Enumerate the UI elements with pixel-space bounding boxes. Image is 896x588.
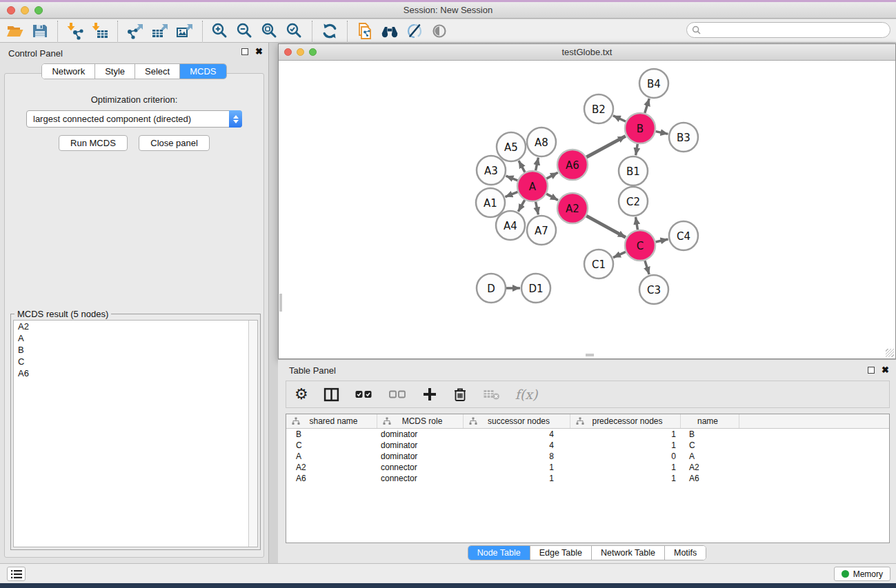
table-row-b[interactable]: Bdominator41B [286,429,889,440]
edge-A-A4[interactable] [518,200,524,212]
node-A1[interactable]: A1 [476,188,505,217]
node-D1[interactable]: D1 [521,274,550,303]
column-header-shared-name[interactable]: shared name [286,414,377,428]
mcds-result-list[interactable]: A2ABCA6 [13,320,258,547]
hide-selected-button[interactable] [402,21,427,41]
tab-style[interactable]: Style [95,64,135,79]
node-B2[interactable]: B2 [584,94,613,123]
zoom-window-button[interactable] [34,6,43,14]
zoom-out-button[interactable] [232,21,257,41]
close-table-panel-icon[interactable]: ✖ [882,366,889,374]
edge-A-A7[interactable] [536,202,539,215]
open-file-button[interactable] [3,21,28,41]
minimize-window-button[interactable] [21,6,29,14]
node-A5[interactable]: A5 [497,132,526,161]
table-row-a6[interactable]: A6connector11A6 [286,473,889,484]
table-row-c[interactable]: Cdominator41C [286,440,889,451]
split-panel-button[interactable] [323,385,339,403]
search-input[interactable] [701,24,890,37]
edge-A6-B[interactable] [586,136,626,157]
zoom-in-button[interactable] [208,21,232,41]
node-B3[interactable]: B3 [669,123,698,152]
table-row-a2[interactable]: A2connector11A2 [286,462,889,473]
float-panel-icon[interactable] [241,48,248,55]
edge-A-A6[interactable] [546,172,558,179]
node-C4[interactable]: C4 [669,221,698,250]
close-network-button[interactable] [284,48,292,56]
edge-B-B1[interactable] [636,144,638,156]
node-B[interactable]: B [625,113,655,143]
edge-C-C4[interactable] [655,239,668,242]
task-history-button[interactable] [7,567,26,581]
float-table-panel-icon[interactable] [868,367,875,374]
resize-grip[interactable] [886,349,894,357]
edge-C-C1[interactable] [613,252,626,257]
run-mcds-button[interactable]: Run MCDS [59,135,128,151]
close-panel-icon[interactable]: ✖ [255,48,263,56]
column-header-successor-nodes[interactable]: successor nodes [464,414,570,428]
tab-node-table[interactable]: Node Table [468,546,530,560]
node-A7[interactable]: A7 [527,216,556,245]
mcds-result-item[interactable]: A6 [14,367,257,379]
node-A[interactable]: A [517,171,548,201]
level-of-detail-button[interactable] [427,21,452,41]
edge-A-A8[interactable] [536,158,539,171]
close-panel-button[interactable]: Close panel [139,135,210,151]
import-table-button[interactable] [88,21,112,41]
create-column-button[interactable] [422,385,437,403]
criterion-dropdown[interactable]: largest connected component (directed) [26,110,242,128]
delete-table-button[interactable] [483,385,500,403]
minimize-network-button[interactable] [297,48,304,56]
export-image-button[interactable] [172,21,197,41]
edge-C-C3[interactable] [645,261,649,274]
tab-mcds[interactable]: MCDS [180,64,226,79]
edge-B-B4[interactable] [645,99,649,113]
node-C[interactable]: C [625,230,655,261]
node-C2[interactable]: C2 [619,187,648,216]
node-table[interactable]: shared nameMCDS rolesuccessor nodesprede… [286,414,890,543]
node-A2[interactable]: A2 [557,193,588,223]
edge-C-C2[interactable] [636,217,638,230]
save-session-button[interactable] [28,21,52,41]
refresh-button[interactable] [317,21,342,41]
export-network-button[interactable] [123,21,148,41]
zoom-fit-button[interactable] [257,21,282,41]
mcds-result-item[interactable]: B [14,344,257,356]
network-window-titlebar[interactable]: testGlobe.txt [279,44,895,61]
node-C3[interactable]: C3 [639,275,668,304]
import-network-button[interactable] [63,21,88,41]
export-table-button[interactable] [148,21,172,41]
edge-A-A1[interactable] [505,192,517,196]
vertical-scroll-thumb[interactable] [279,294,282,312]
edge-B-B3[interactable] [656,132,668,134]
edge-A-A5[interactable] [519,161,525,172]
tab-network[interactable]: Network [42,64,95,79]
column-settings-button[interactable]: ⚙ [295,385,308,403]
hide-all-columns-button[interactable] [388,385,407,403]
node-B4[interactable]: B4 [639,69,668,98]
tab-select[interactable]: Select [135,64,180,79]
edge-A-A2[interactable] [546,194,558,200]
copy-network-button[interactable] [352,21,377,41]
network-graph[interactable]: B4B2BB3A5A8A6B1A3AC2A1A2A4A7CC4C1C3DD1 [279,61,896,359]
close-window-button[interactable] [7,6,15,14]
edge-A2-C[interactable] [586,216,626,237]
zoom-selected-button[interactable] [282,21,307,41]
network-canvas[interactable]: B4B2BB3A5A8A6B1A3AC2A1A2A4A7CC4C1C3DD1 [279,61,895,358]
node-A8[interactable]: A8 [527,128,556,156]
zoom-network-button[interactable] [309,48,317,56]
column-header-name[interactable]: name [681,414,739,428]
mcds-result-item[interactable]: A2 [14,321,257,332]
node-C1[interactable]: C1 [584,250,613,278]
node-A6[interactable]: A6 [557,150,588,180]
tab-motifs[interactable]: Motifs [665,546,706,560]
node-B1[interactable]: B1 [619,156,648,185]
node-A4[interactable]: A4 [496,211,525,240]
show-all-columns-button[interactable] [355,385,373,403]
mcds-result-item[interactable]: C [14,356,257,367]
horizontal-scroll-thumb[interactable] [586,354,594,356]
scrollbar-track[interactable] [248,321,257,547]
search-field[interactable] [686,22,890,38]
tab-edge-table[interactable]: Edge Table [530,546,592,560]
memory-button[interactable]: Memory [834,567,890,581]
